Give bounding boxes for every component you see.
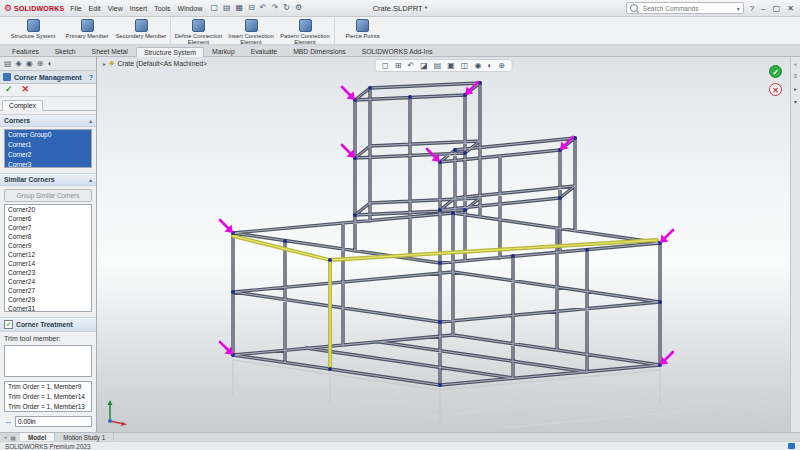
property-manager-tab-icon[interactable]: ◈ bbox=[16, 59, 22, 68]
help-icon[interactable]: ? bbox=[89, 74, 93, 81]
command-manager-tab[interactable]: Markup bbox=[204, 46, 243, 56]
previous-view-icon[interactable]: ↶ bbox=[407, 61, 414, 70]
open-file-icon[interactable]: ▤ bbox=[223, 4, 231, 12]
pierce-points-button[interactable]: Pierce Points bbox=[334, 18, 388, 44]
close-icon[interactable]: ✕ bbox=[787, 4, 794, 13]
new-file-icon[interactable]: ▢ bbox=[210, 4, 218, 12]
similar-corner-item[interactable]: Corner7 bbox=[5, 223, 91, 232]
tab-menu-icon[interactable]: ▤ bbox=[10, 434, 16, 441]
menu-item[interactable]: View bbox=[108, 5, 123, 12]
search-commands-box[interactable]: ▾ bbox=[626, 2, 744, 14]
pattern-connection-element-button[interactable]: Pattern Connection Element bbox=[278, 18, 332, 44]
trim-tool-member-list[interactable] bbox=[4, 345, 92, 377]
pane-expand-icon[interactable]: ▸ bbox=[794, 85, 797, 92]
corner-list-item[interactable]: Corner1 bbox=[5, 140, 91, 150]
graphics-area[interactable]: ▸ ◈ Crate (Default<As Machined> ◻⊞↶◪▤▣◫◉… bbox=[97, 57, 790, 432]
structure-system-button[interactable]: Structure System bbox=[6, 18, 60, 44]
corner-treatment-group-header[interactable]: ✓ Corner Treatment bbox=[0, 317, 96, 332]
trim-order-item[interactable]: Trim Order = 1, Member9 bbox=[5, 382, 91, 392]
command-manager-tab[interactable]: Sheet Metal bbox=[84, 46, 136, 56]
cancel-button[interactable]: ✕ bbox=[22, 85, 30, 94]
primary-member-button[interactable]: Primary Member bbox=[60, 18, 114, 44]
help-icon[interactable]: ? bbox=[750, 4, 754, 13]
corners-group-header[interactable]: Corners ▴ bbox=[0, 114, 96, 127]
ribbon-button-icon bbox=[192, 19, 205, 32]
command-manager-tab[interactable]: Evaluate bbox=[243, 46, 285, 56]
similar-corner-item[interactable]: Corner20 bbox=[5, 205, 91, 214]
pane-list-icon[interactable]: ≡ bbox=[794, 73, 798, 79]
annotation-views-icon[interactable]: ▤ bbox=[434, 61, 442, 70]
print-icon[interactable]: ⊟ bbox=[248, 4, 255, 12]
command-manager-tab[interactable]: MBD Dimensions bbox=[285, 46, 354, 56]
define-connection-element-button[interactable]: Define Connection Element bbox=[170, 18, 224, 44]
zoom-fit-icon[interactable]: ◻ bbox=[382, 61, 389, 70]
similar-corner-item[interactable]: Corner23 bbox=[5, 268, 91, 277]
maximize-icon[interactable]: ▢ bbox=[773, 4, 781, 13]
redo-icon[interactable]: ↷ bbox=[272, 4, 279, 12]
menu-item[interactable]: Insert bbox=[130, 5, 148, 12]
menu-item[interactable]: Tools bbox=[154, 5, 170, 12]
command-manager-tab[interactable]: Sketch bbox=[47, 46, 84, 56]
corner-treatment-checkbox[interactable]: ✓ bbox=[4, 320, 13, 329]
offset-value-input[interactable] bbox=[15, 416, 92, 427]
confirm-cancel-button[interactable]: ✕ bbox=[769, 83, 782, 96]
command-manager-tab[interactable]: SOLIDWORKS Add-Ins bbox=[354, 46, 441, 56]
section-view-icon[interactable]: ◪ bbox=[420, 61, 428, 70]
corner-list-item[interactable]: Corner Group0 bbox=[5, 130, 91, 140]
feature-manager-tab-icon[interactable]: ▤ bbox=[4, 59, 12, 68]
document-tab[interactable]: Model bbox=[20, 433, 55, 441]
similar-corner-item[interactable]: Corner8 bbox=[5, 232, 91, 241]
confirm-ok-button[interactable]: ✓ bbox=[769, 65, 782, 78]
similar-corner-item[interactable]: Corner29 bbox=[5, 295, 91, 304]
collapse-pane-icon[interactable]: « bbox=[794, 61, 797, 67]
solidworks-gear-icon: ⚙ bbox=[4, 4, 12, 13]
ok-button[interactable]: ✓ bbox=[5, 85, 13, 94]
similar-corner-item[interactable]: Corner27 bbox=[5, 286, 91, 295]
tab-complex[interactable]: Complex bbox=[2, 100, 43, 111]
window-controls: ?–▢✕ bbox=[750, 4, 796, 13]
zoom-area-icon[interactable]: ⊞ bbox=[395, 61, 402, 70]
display-style-icon[interactable]: ◫ bbox=[461, 61, 469, 70]
command-manager-tab[interactable]: Structure System bbox=[136, 47, 204, 57]
insert-connection-element-button[interactable]: Insert Connection Element bbox=[224, 18, 278, 44]
configuration-manager-tab-icon[interactable]: ◉ bbox=[26, 59, 33, 68]
edit-appearance-icon[interactable]: ◐ bbox=[487, 61, 492, 70]
crate-3d-model[interactable] bbox=[97, 57, 790, 432]
command-manager-tab[interactable]: Features bbox=[4, 46, 47, 56]
hide-show-items-icon[interactable]: ◉ bbox=[474, 61, 481, 70]
document-tab[interactable]: Motion Study 1 bbox=[55, 433, 114, 441]
trim-order-item[interactable]: Trim Order = 1, Member14 bbox=[5, 392, 91, 402]
dimxpert-manager-tab-icon[interactable]: ⊕ bbox=[37, 59, 44, 68]
similar-corners-group-header[interactable]: Similar Corners ▴ bbox=[0, 173, 96, 186]
save-icon[interactable]: ▦ bbox=[236, 4, 244, 12]
search-input[interactable] bbox=[641, 4, 734, 13]
undo-icon[interactable]: ↶ bbox=[260, 4, 267, 12]
trim-order-item[interactable]: Trim Order = 1, Member13 bbox=[5, 402, 91, 412]
search-dropdown-icon[interactable]: ▾ bbox=[737, 5, 740, 12]
group-similar-corners-button[interactable]: Group Similar Corners bbox=[4, 189, 92, 202]
options-gear-icon[interactable]: ⚙ bbox=[295, 4, 302, 12]
corner-list-item[interactable]: Corner2 bbox=[5, 150, 91, 160]
minimize-icon[interactable]: – bbox=[761, 4, 765, 13]
pane-down-icon[interactable]: ▾ bbox=[794, 98, 797, 105]
tab-scroll-icon[interactable]: « bbox=[4, 434, 7, 440]
similar-corner-item[interactable]: Corner24 bbox=[5, 277, 91, 286]
chevron-right-icon[interactable]: ▸ bbox=[103, 60, 106, 67]
web-help-icon[interactable] bbox=[788, 443, 795, 449]
menu-item[interactable]: Edit bbox=[89, 5, 101, 12]
similar-corner-item[interactable]: Corner6 bbox=[5, 214, 91, 223]
similar-corner-item[interactable]: Corner14 bbox=[5, 259, 91, 268]
similar-corner-item[interactable]: Corner9 bbox=[5, 241, 91, 250]
rebuild-icon[interactable]: ↻ bbox=[283, 4, 290, 12]
similar-corner-item[interactable]: Corner31 bbox=[5, 304, 91, 311]
secondary-member-button[interactable]: Secondary Member bbox=[114, 18, 168, 44]
breadcrumb-label: Crate (Default<As Machined> bbox=[117, 60, 207, 67]
menu-item[interactable]: File bbox=[70, 5, 81, 12]
menu-item[interactable]: Window bbox=[178, 5, 203, 12]
similar-corner-item[interactable]: Corner12 bbox=[5, 250, 91, 259]
display-manager-tab-icon[interactable]: ◐ bbox=[47, 59, 52, 68]
view-orientation-icon[interactable]: ▣ bbox=[447, 61, 455, 70]
corner-list-item[interactable]: Corner3 bbox=[5, 160, 91, 168]
view-settings-icon[interactable]: ⊕ bbox=[498, 61, 505, 70]
breadcrumb[interactable]: ▸ ◈ Crate (Default<As Machined> bbox=[103, 59, 207, 67]
